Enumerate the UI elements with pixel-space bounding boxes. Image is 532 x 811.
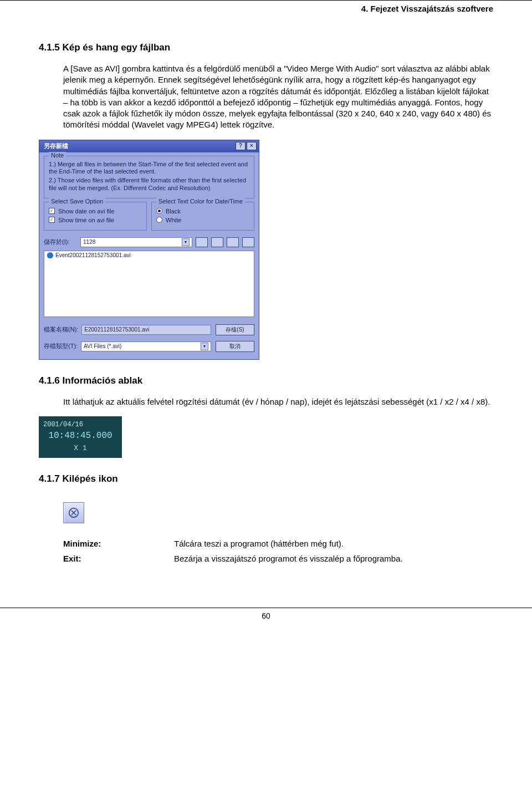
dialog-title: 另存新檔 (44, 142, 68, 150)
checkbox-show-time-label: Show time on avi file (58, 217, 114, 223)
text-color-legend: Select Text Color for Date/Time (156, 198, 245, 205)
filename-field[interactable]: E20021128152753001.avi (81, 325, 211, 335)
info-date: 2001/04/16 (43, 421, 117, 429)
save-avi-dialog-screenshot: 另存新檔 ? × Note 1.) Merge all files in bet… (39, 140, 493, 360)
save-option-legend: Select Save Option (49, 198, 105, 205)
para-4-1-6: Itt láthatjuk az aktuális felvétel rögzí… (63, 396, 493, 407)
chevron-down-icon: ▼ (182, 238, 190, 246)
save-option-group: Select Save Option ✓ Show date on avi fi… (44, 202, 147, 231)
file-name: Event20021128152753001.avi (55, 252, 131, 258)
info-panel-screenshot: 2001/04/16 10:48:45.000 X 1 (39, 416, 493, 458)
save-in-field[interactable]: 1128 ▼ (80, 237, 192, 247)
info-panel: 2001/04/16 10:48:45.000 X 1 (39, 416, 122, 458)
new-folder-button[interactable] (211, 237, 223, 247)
note-legend: Note (49, 152, 66, 159)
checkbox-show-date[interactable]: ✓ Show date on avi file (49, 208, 142, 215)
text-color-group: Select Text Color for Date/Time Black Wh… (151, 202, 254, 231)
page-number: 60 (0, 611, 532, 620)
save-in-value: 1128 (83, 239, 95, 245)
minimize-term: Minimize: (63, 539, 174, 548)
save-button[interactable]: 存檔(S) (216, 324, 254, 335)
save-in-label: 儲存於(I): (44, 238, 77, 246)
filename-label: 檔案名稱(N): (44, 325, 78, 334)
filetype-label: 存檔類型(T): (44, 342, 78, 350)
radio-white[interactable]: White (156, 217, 249, 223)
heading-4-1-6: 4.1.6 Információs ablak (39, 375, 493, 386)
note-2: 2.) Those video files with different fil… (49, 177, 249, 192)
up-folder-button[interactable] (196, 237, 208, 247)
filename-value: E20021128152753001.avi (84, 327, 149, 333)
dialog-titlebar: 另存新檔 ? × (39, 140, 259, 152)
radio-dot-icon (156, 217, 162, 223)
help-button[interactable]: ? (236, 142, 245, 150)
view-list-button[interactable] (227, 237, 239, 247)
note-1: 1.) Merge all files in between the Start… (49, 161, 249, 176)
check-icon: ✓ (49, 208, 55, 214)
close-button[interactable]: × (247, 142, 257, 150)
exit-term: Exit: (63, 554, 174, 563)
note-group: Note 1.) Merge all files in between the … (44, 156, 254, 198)
circle-x-icon (68, 507, 80, 519)
checkbox-show-time[interactable]: ✓ Show time on avi file (49, 217, 142, 223)
chevron-down-icon: ▼ (201, 343, 208, 350)
radio-black[interactable]: Black (156, 208, 249, 215)
exit-desc: Bezárja a visszajátszó programot és viss… (174, 554, 493, 563)
info-speed: X 1 (43, 444, 117, 452)
radio-dot-icon (156, 208, 162, 214)
checkbox-show-date-label: Show date on avi file (58, 208, 115, 215)
heading-4-1-7: 4.1.7 Kilépés ikon (39, 473, 493, 484)
minimize-desc: Tálcára teszi a programot (háttérben még… (174, 539, 493, 548)
file-list[interactable]: 🔵 Event20021128152753001.avi (44, 251, 254, 317)
para-4-1-5: A [Save as AVI] gombra kattintva és a fe… (63, 63, 493, 131)
filetype-field[interactable]: AVI Files (*.avi) ▼ (81, 341, 211, 351)
file-icon: 🔵 (47, 252, 53, 258)
check-icon: ✓ (49, 217, 55, 223)
list-item[interactable]: 🔵 Event20021128152753001.avi (47, 252, 252, 258)
info-time: 10:48:45.000 (43, 431, 117, 441)
radio-white-label: White (166, 217, 181, 223)
chapter-header: 4. Fejezet Visszajátszás szoftvere (39, 3, 493, 27)
filetype-value: AVI Files (*.avi) (84, 343, 121, 349)
view-detail-button[interactable] (242, 237, 254, 247)
exit-icon[interactable] (63, 502, 84, 523)
heading-4-1-5: 4.1.5 Kép és hang egy fájlban (39, 42, 493, 53)
cancel-button[interactable]: 取消 (216, 341, 254, 352)
radio-black-label: Black (166, 208, 181, 215)
